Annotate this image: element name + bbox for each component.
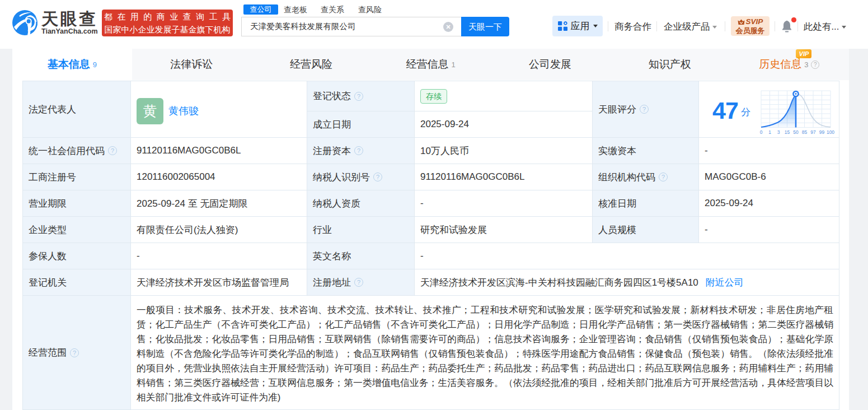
divider bbox=[725, 21, 725, 31]
paid-capital-value-text: - bbox=[705, 145, 708, 156]
chevron-down-icon bbox=[593, 25, 598, 27]
credit-code-label-text: 统一社会信用代码 bbox=[29, 145, 105, 157]
bell-icon[interactable] bbox=[782, 20, 792, 32]
svg-text:97: 97 bbox=[810, 129, 816, 135]
value-score: 47 分 0131550859799100 bbox=[699, 81, 839, 137]
search-tab-risk[interactable]: 查风险 bbox=[358, 4, 382, 15]
help-icon[interactable]: ? bbox=[659, 173, 668, 181]
svip-sub-label: 会员服务 bbox=[731, 26, 770, 35]
brand-domain: TianYanCha.com bbox=[41, 27, 98, 35]
org-code-label-text: 组织机构代码 bbox=[598, 171, 655, 184]
user-menu[interactable]: 此处有... bbox=[804, 21, 846, 32]
divider bbox=[797, 21, 798, 31]
tab-legal[interactable]: 法律诉讼 bbox=[132, 49, 252, 80]
svg-text:1: 1 bbox=[768, 129, 771, 135]
value-credit-code: 91120116MAG0GC0B6L bbox=[131, 138, 307, 164]
label-paid-capital: 实缴资本 bbox=[593, 138, 698, 164]
label-credit-code: 统一社会信用代码? bbox=[23, 138, 130, 164]
svip-member-button[interactable]: SVIP 会员服务 bbox=[731, 16, 770, 36]
legal-rep-link[interactable]: 黄伟骏 bbox=[168, 104, 199, 118]
biz-scope-line: 的项目外，凭营业执照依法自主开展经营活动）许可项目：药品生产；药品委托生产；药品… bbox=[137, 361, 833, 376]
tab-count: 3 bbox=[804, 60, 808, 69]
label-company-type: 企业类型 bbox=[23, 217, 130, 243]
value-paid-capital: - bbox=[699, 138, 839, 164]
search-input[interactable]: 天津爱美客科技发展有限公司 bbox=[250, 17, 435, 36]
divider bbox=[608, 21, 608, 31]
nav-enterprise[interactable]: 企业级产品 bbox=[664, 21, 717, 32]
label-tax-id: 纳税人识别号? bbox=[307, 164, 414, 190]
svg-text:99: 99 bbox=[819, 129, 825, 135]
label-english-name: 英文名称 bbox=[307, 243, 414, 269]
help-icon[interactable]: ? bbox=[640, 105, 649, 114]
avatar[interactable]: 黄 bbox=[137, 98, 163, 124]
notification-dot bbox=[791, 17, 796, 22]
divider bbox=[775, 21, 775, 31]
tax-quality-value-text: - bbox=[420, 198, 424, 209]
tianyancha-logo-icon[interactable] bbox=[12, 10, 37, 35]
help-icon[interactable]: ? bbox=[354, 278, 363, 287]
value-biz-scope: 一般项目：技术服务、技术开发、技术咨询、技术交流、技术转让、技术推广；工程和技术… bbox=[131, 296, 839, 409]
search-button[interactable]: 天眼一下 bbox=[461, 17, 509, 36]
tab-label: 法律诉讼 bbox=[170, 57, 213, 72]
brand-slogan: 都在用的商业查询工具 国家中小企业发展子基金旗下机构 bbox=[102, 10, 233, 36]
brand-name[interactable]: 天眼查 bbox=[41, 11, 98, 27]
tab-development[interactable]: 公司发展 bbox=[490, 49, 610, 80]
vip-badge: VIP bbox=[796, 49, 811, 58]
help-icon[interactable]: ? bbox=[354, 92, 363, 101]
label-legal-rep: 法定代表人 bbox=[23, 81, 130, 137]
company-info-table: 法定代表人 黄 黄伟骏 登记状态? 存续 天眼评分? 47 分 01315508… bbox=[22, 81, 839, 410]
value-reg-status: 存续 bbox=[415, 81, 592, 111]
score-unit: 分 bbox=[741, 106, 750, 119]
tax-id-label-text: 纳税人识别号 bbox=[313, 171, 370, 184]
value-insured: - bbox=[131, 243, 307, 269]
org-code-value-text: MAG0GC0B-6 bbox=[705, 171, 766, 183]
search-tab-relation[interactable]: 查关系 bbox=[321, 4, 344, 15]
biz-scope-line: 料制造（不含危险化学品等许可类化学品的制造）；食品互联网销售（仅销售预包装食品）… bbox=[137, 347, 833, 361]
slogan-line2: 国家中小企业发展子基金旗下机构 bbox=[104, 23, 231, 36]
tax-quality-label-text: 纳税人资质 bbox=[313, 197, 360, 210]
score-distribution-chart: 0131550859799100 bbox=[759, 90, 836, 136]
svg-text:3: 3 bbox=[777, 129, 780, 135]
label-approve-date: 核准日期 bbox=[593, 190, 698, 216]
establish-label-text: 成立日期 bbox=[313, 118, 351, 131]
search-tab-boss[interactable]: 查老板 bbox=[284, 4, 307, 15]
reg-no-label-text: 工商注册号 bbox=[29, 171, 76, 184]
chevron-down-icon bbox=[842, 26, 846, 29]
reg-no-value-text: 120116002065004 bbox=[137, 171, 215, 183]
search-box[interactable]: 天津爱美客科技发展有限公司 ✕ bbox=[241, 17, 461, 36]
divider bbox=[656, 21, 657, 31]
help-icon[interactable]: ? bbox=[811, 60, 819, 69]
search-tab-company[interactable]: 查公司 bbox=[243, 4, 278, 15]
company-type-value-text: 有限责任公司(法人独资) bbox=[137, 223, 238, 236]
nearby-companies-link[interactable]: 附近公司 bbox=[706, 276, 744, 289]
insured-label-text: 参保人数 bbox=[29, 250, 67, 263]
biz-scope-label-text: 经营范围 bbox=[29, 346, 67, 359]
svip-label: SVIP bbox=[746, 17, 763, 26]
tab-operation[interactable]: 经营信息1 bbox=[371, 49, 491, 80]
address-label-text: 注册地址 bbox=[313, 276, 351, 289]
clear-search-icon[interactable]: ✕ bbox=[443, 22, 453, 32]
score-number[interactable]: 47 bbox=[712, 102, 738, 119]
tab-risk[interactable]: 经营风险 bbox=[251, 49, 371, 80]
label-biz-scope: 经营范围? bbox=[23, 296, 130, 409]
tab-label: 历史信息 bbox=[759, 57, 801, 72]
help-icon[interactable]: ? bbox=[354, 146, 363, 155]
nav-cooperation[interactable]: 商务合作 bbox=[614, 21, 651, 32]
apps-menu-button[interactable]: 应用 bbox=[552, 16, 603, 36]
tab-basic-info[interactable]: 基本信息9 bbox=[12, 49, 132, 80]
help-icon[interactable]: ? bbox=[108, 146, 117, 155]
insured-value-text: - bbox=[137, 250, 140, 262]
tab-history[interactable]: 历史信息3?VIP bbox=[729, 49, 849, 80]
tab-ip[interactable]: 知识产权 bbox=[610, 49, 730, 80]
help-icon[interactable]: ? bbox=[373, 173, 382, 181]
label-staff-size: 人员规模 bbox=[593, 217, 698, 243]
svip-line1: SVIP bbox=[731, 17, 770, 26]
tab-count: 9 bbox=[93, 60, 97, 69]
score-label-text: 天眼评分 bbox=[598, 103, 636, 116]
reg-status-label-text: 登记状态 bbox=[313, 90, 351, 102]
value-company-type: 有限责任公司(法人独资) bbox=[131, 217, 307, 243]
value-org-code: MAG0GC0B-6 bbox=[699, 164, 839, 190]
help-icon[interactable]: ? bbox=[70, 348, 79, 357]
biz-scope-line: 相关部门批准文件或许可证件为准) bbox=[137, 390, 833, 405]
label-tax-quality: 纳税人资质 bbox=[307, 190, 414, 216]
